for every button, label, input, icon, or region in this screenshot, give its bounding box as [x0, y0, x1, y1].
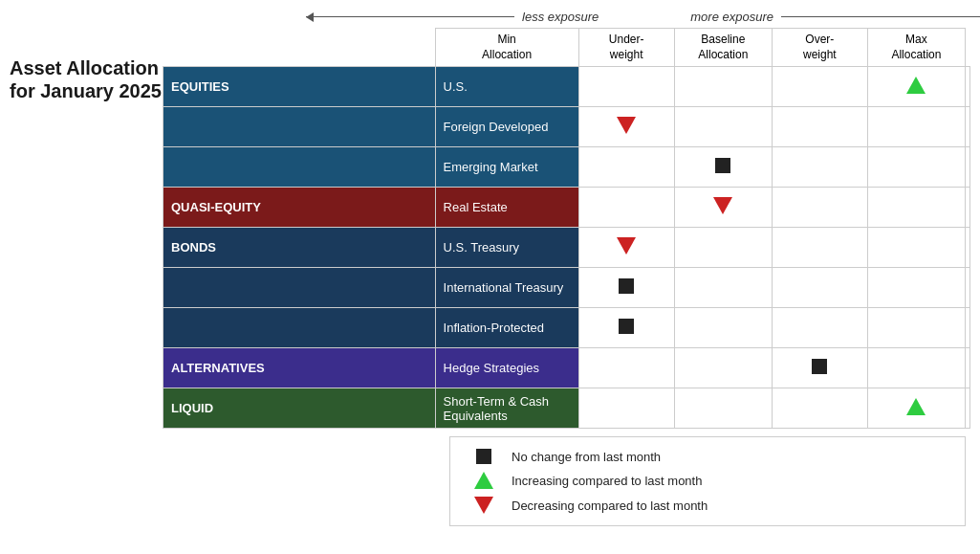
table-row: EQUITIESU.S. [163, 67, 970, 107]
legend-down-symbol [469, 497, 498, 514]
cell-under [674, 268, 772, 308]
allocation-table: MinAllocation Under-weight BaselineAlloc… [163, 28, 970, 429]
legend-square-text: No change from last month [512, 450, 661, 464]
col-header-under: Under-weight [578, 29, 674, 67]
cell-baseline [772, 308, 867, 348]
cell-under [674, 228, 772, 268]
chart-title: Asset Allocation for January 2025 [10, 28, 163, 102]
cell-max [966, 228, 970, 268]
cell-max [966, 188, 970, 228]
category-cell: LIQUID [163, 388, 436, 429]
exposure-arrow: less exposure more exposure [306, 10, 980, 24]
cell-over [867, 308, 965, 348]
category-cell: EQUITIES [163, 67, 436, 107]
col-header-baseline: BaselineAllocation [674, 29, 772, 67]
cell-over [867, 188, 965, 228]
cell-min [578, 147, 674, 188]
row-label-cell: Real Estate [435, 188, 578, 228]
cell-min [578, 348, 674, 388]
row-label-cell: U.S. [435, 67, 578, 107]
more-exposure-label: more exposure [690, 10, 773, 24]
cell-over [867, 107, 965, 147]
legend-up-text: Increasing compared to last month [512, 474, 702, 488]
cell-under [674, 67, 772, 107]
main-layout: Asset Allocation for January 2025 MinAll… [10, 28, 970, 429]
cell-under [674, 147, 772, 188]
cell-min [578, 388, 674, 429]
cell-min [578, 308, 674, 348]
cell-under [674, 388, 772, 429]
cell-min [578, 67, 674, 107]
cell-over [867, 348, 965, 388]
cell-baseline [772, 268, 867, 308]
table-row: Foreign Developed [163, 107, 970, 147]
category-cell [163, 107, 436, 147]
cell-max [966, 147, 970, 188]
row-label-cell: Inflation-Protected [435, 308, 578, 348]
category-cell: ALTERNATIVES [163, 348, 436, 388]
row-label-cell: Short-Term & Cash Equivalents [435, 388, 578, 429]
cell-under [674, 188, 772, 228]
cell-over [867, 228, 965, 268]
table-row: BONDSU.S. Treasury [163, 228, 970, 268]
title-area: Asset Allocation for January 2025 [10, 28, 163, 102]
cell-over [867, 67, 965, 107]
cell-min [578, 268, 674, 308]
cell-baseline [772, 188, 867, 228]
less-exposure-label: less exposure [522, 10, 599, 24]
col-header-max: MaxAllocation [867, 29, 965, 67]
cell-max [966, 348, 970, 388]
legend-down-text: Decreasing compared to last month [512, 499, 708, 513]
legend-item-square: No change from last month [469, 449, 946, 464]
cell-max [966, 308, 970, 348]
table-row: Inflation-Protected [163, 308, 970, 348]
row-label-cell: Foreign Developed [435, 107, 578, 147]
row-label-cell: Emerging Market [435, 147, 578, 188]
cell-baseline [772, 107, 867, 147]
cell-over [867, 388, 965, 429]
col-header-min: MinAllocation [435, 29, 578, 67]
table-row: LIQUIDShort-Term & Cash Equivalents [163, 388, 970, 429]
cell-min [578, 107, 674, 147]
cell-baseline [772, 348, 867, 388]
category-cell: QUASI-EQUITY [163, 188, 436, 228]
legend-square-symbol [469, 449, 498, 464]
col-header-label [163, 29, 436, 67]
cell-max [966, 67, 970, 107]
cell-under [674, 308, 772, 348]
main-container: less exposure more exposure Asset Alloca… [0, 0, 980, 536]
legend-item-up: Increasing compared to last month [469, 472, 946, 489]
cell-over [867, 268, 965, 308]
row-label-cell: Hedge Strategies [435, 348, 578, 388]
category-cell [163, 308, 436, 348]
legend-box: No change from last month Increasing com… [449, 436, 966, 526]
category-cell [163, 147, 436, 188]
category-cell: BONDS [163, 228, 436, 268]
cell-baseline [772, 228, 867, 268]
row-label-cell: U.S. Treasury [435, 228, 578, 268]
cell-min [578, 228, 674, 268]
table-row: QUASI-EQUITYReal Estate [163, 188, 970, 228]
cell-max [966, 268, 970, 308]
table-row: Emerging Market [163, 147, 970, 188]
row-label-cell: International Treasury [435, 268, 578, 308]
cell-under [674, 107, 772, 147]
cell-baseline [772, 147, 867, 188]
cell-max [966, 388, 970, 429]
legend-item-down: Decreasing compared to last month [469, 497, 946, 514]
legend-up-symbol [469, 472, 498, 489]
cell-baseline [772, 67, 867, 107]
category-cell [163, 268, 436, 308]
cell-over [867, 147, 965, 188]
cell-min [578, 188, 674, 228]
table-row: International Treasury [163, 268, 970, 308]
cell-baseline [772, 388, 867, 429]
cell-under [674, 348, 772, 388]
col-header-over: Over-weight [772, 29, 867, 67]
table-row: ALTERNATIVESHedge Strategies [163, 348, 970, 388]
cell-max [966, 107, 970, 147]
table-header-row: MinAllocation Under-weight BaselineAlloc… [163, 29, 970, 67]
